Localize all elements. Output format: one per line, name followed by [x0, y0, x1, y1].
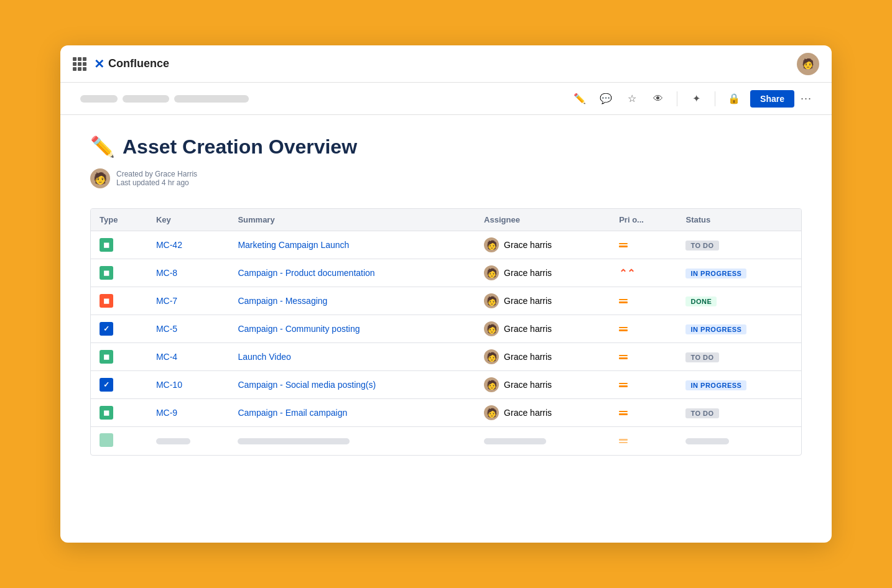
status-badge: TO DO	[685, 408, 718, 418]
issue-summary-link[interactable]: Campaign - Email campaign	[238, 408, 347, 418]
cell-summary[interactable]: Launch Video	[229, 343, 475, 371]
cell-priority	[610, 371, 677, 399]
issue-key-link[interactable]: MC-4	[156, 352, 177, 362]
priority-icon: ⌃⌃	[619, 268, 635, 278]
issue-key-link[interactable]: MC-8	[156, 268, 177, 278]
toolbar-bar: ✏️ 💬 ☆ 👁 ✦ 🔒 Share ···	[60, 83, 832, 115]
star-button[interactable]: ☆	[622, 89, 642, 109]
issue-summary-link[interactable]: Launch Video	[238, 352, 290, 362]
col-type: Type	[91, 209, 147, 231]
type-icon: ✓	[100, 322, 113, 336]
watch-button[interactable]: 👁	[648, 89, 668, 109]
assignee-name: Grace harris	[504, 324, 552, 334]
page-title: Asset Creation Overview	[123, 136, 357, 158]
cell-assignee: 🧑 Grace harris	[475, 399, 610, 427]
cell-priority	[610, 343, 677, 371]
table-row[interactable]: ◼ MC-42 Marketing Campaign Launch 🧑 Grac…	[91, 231, 801, 259]
issue-summary-link[interactable]: Campaign - Product documentation	[238, 268, 374, 278]
table-row[interactable]: ◼ MC-9 Campaign - Email campaign 🧑 Grace…	[91, 399, 801, 427]
cell-status: IN PROGRESS	[677, 371, 801, 399]
cell-summary[interactable]: Marketing Campaign Launch	[229, 231, 475, 259]
cell-status: IN PROGRESS	[677, 259, 801, 287]
edit-button[interactable]: ✏️	[570, 89, 590, 109]
cell-summary[interactable]: Campaign - Product documentation	[229, 259, 475, 287]
issue-key-link[interactable]: MC-42	[156, 240, 182, 250]
issue-key-link[interactable]: MC-5	[156, 324, 177, 334]
page-title-row: ✏️ Asset Creation Overview	[90, 135, 802, 158]
issue-key-link[interactable]: MC-7	[156, 296, 177, 306]
issue-summary-link[interactable]: Campaign - Messaging	[238, 296, 327, 306]
priority-icon	[619, 243, 668, 247]
cell-priority	[610, 231, 677, 259]
breadcrumb	[80, 95, 249, 103]
type-icon: ◼	[100, 406, 113, 420]
status-badge: TO DO	[685, 352, 718, 362]
cell-assignee: 🧑 Grace harris	[475, 287, 610, 315]
assignee-cell: 🧑 Grace harris	[484, 293, 602, 308]
breadcrumb-item-1[interactable]	[80, 95, 118, 103]
confluence-logo[interactable]: ✕ Confluence	[94, 57, 169, 71]
assignee-cell: 🧑 Grace harris	[484, 321, 602, 336]
issue-summary-link[interactable]: Campaign - Community posting	[238, 324, 360, 334]
cell-status: TO DO	[677, 231, 801, 259]
assignee-avatar: 🧑	[484, 377, 499, 392]
cell-assignee: 🧑 Grace harris	[475, 343, 610, 371]
col-assignee: Assignee	[475, 209, 610, 231]
cell-key[interactable]: MC-42	[147, 231, 229, 259]
assignee-name: Grace harris	[504, 380, 552, 390]
status-badge: DONE	[685, 296, 717, 306]
assignee-cell: 🧑 Grace harris	[484, 265, 602, 280]
priority-icon	[619, 299, 668, 303]
status-badge: IN PROGRESS	[685, 324, 746, 334]
comment-button[interactable]: 💬	[596, 89, 616, 109]
breadcrumb-item-2[interactable]	[123, 95, 169, 103]
table-row[interactable]: ◼ MC-7 Campaign - Messaging 🧑 Grace harr…	[91, 287, 801, 315]
breadcrumb-item-3[interactable]	[174, 95, 249, 103]
cell-assignee: 🧑 Grace harris	[475, 315, 610, 343]
issue-summary-link[interactable]: Campaign - Social media posting(s)	[238, 380, 376, 390]
cell-key[interactable]: MC-9	[147, 399, 229, 427]
author-row: 🧑 Created by Grace Harris Last updated 4…	[90, 168, 802, 188]
more-options-button[interactable]: ···	[801, 92, 812, 105]
status-badge: IN PROGRESS	[685, 380, 746, 390]
col-key: Key	[147, 209, 229, 231]
cell-key[interactable]: MC-7	[147, 287, 229, 315]
issue-summary-link[interactable]: Marketing Campaign Launch	[238, 240, 349, 250]
assignee-cell: 🧑 Grace harris	[484, 349, 602, 364]
priority-icon	[619, 383, 668, 387]
assignee-avatar: 🧑	[484, 321, 499, 336]
cell-summary[interactable]: Campaign - Messaging	[229, 287, 475, 315]
cell-type: ✓	[91, 315, 147, 343]
priority-icon	[619, 355, 668, 359]
cell-key[interactable]: MC-8	[147, 259, 229, 287]
share-button[interactable]: Share	[750, 90, 794, 108]
cell-summary[interactable]: Campaign - Email campaign	[229, 399, 475, 427]
type-icon: ✓	[100, 378, 113, 392]
cell-summary[interactable]: Campaign - Social media posting(s)	[229, 371, 475, 399]
cell-key[interactable]: MC-10	[147, 371, 229, 399]
confluence-x-icon: ✕	[94, 57, 105, 71]
assignee-avatar: 🧑	[484, 237, 499, 252]
table-row[interactable]: ✓ MC-5 Campaign - Community posting 🧑 Gr…	[91, 315, 801, 343]
user-avatar[interactable]: 🧑	[797, 53, 819, 75]
assignee-avatar: 🧑	[484, 349, 499, 364]
issue-key-link[interactable]: MC-10	[156, 380, 182, 390]
jira-table-wrapper: Type Key Summary Assignee Pri o... Statu…	[90, 208, 802, 456]
cell-summary[interactable]: Campaign - Community posting	[229, 315, 475, 343]
cell-key[interactable]: MC-4	[147, 343, 229, 371]
table-row-skeleton	[91, 427, 801, 456]
avatar-face: 🧑	[802, 58, 814, 70]
table-row[interactable]: ◼ MC-4 Launch Video 🧑 Grace harris TO DO	[91, 343, 801, 371]
type-icon: ◼	[100, 238, 113, 252]
lock-button[interactable]: 🔒	[724, 89, 744, 109]
issue-key-link[interactable]: MC-9	[156, 408, 177, 418]
table-row[interactable]: ◼ MC-8 Campaign - Product documentation …	[91, 259, 801, 287]
content-area: ✏️ Asset Creation Overview 🧑 Created by …	[60, 115, 832, 543]
table-row[interactable]: ✓ MC-10 Campaign - Social media posting(…	[91, 371, 801, 399]
toolbar-divider-2	[715, 91, 715, 106]
cell-key[interactable]: MC-5	[147, 315, 229, 343]
priority-icon	[619, 327, 668, 331]
cell-assignee: 🧑 Grace harris	[475, 259, 610, 287]
ai-button[interactable]: ✦	[686, 89, 706, 109]
apps-icon[interactable]	[73, 57, 86, 71]
